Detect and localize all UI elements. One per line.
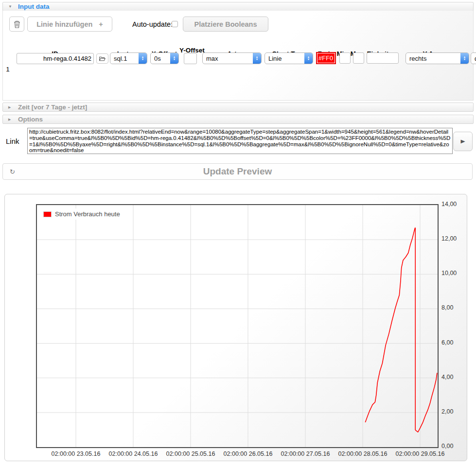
collapse-closed-icon: ▶ [8,117,15,122]
link-url-textarea[interactable] [27,128,453,154]
chart-legend: Strom Verbrauch heute [41,208,126,220]
input-data-section-body: Linie hinzufügen + Auto-update: Platzier… [2,11,474,101]
art-select[interactable]: max ▲▼ [202,52,262,64]
options-section-header[interactable]: ▶ Options [2,115,474,124]
link-label: Link [6,137,19,145]
x-axis-label: 02:00:00 25.05.16 [166,450,215,457]
options-title: Options [18,116,43,123]
y-axis-label: 6,00 [441,339,466,346]
x-axis-label: 02:00:00 26.05.16 [224,450,273,457]
auto-update-label: Auto-update: [132,20,173,28]
y-offset-input[interactable] [184,53,197,64]
select-id-button[interactable] [96,53,108,64]
einheiten-input[interactable] [367,52,399,64]
farbe-value: #FF0 [318,54,333,62]
min-input[interactable] [339,52,351,64]
place-booleans-label: Platziere Booleans [194,20,257,28]
legend-label: Strom Verbrauch heute [55,210,120,218]
y-axis-label: 4,00 [441,374,466,381]
select-spinner-icon: ▲▼ [460,53,469,64]
row-number: 1 [4,66,12,73]
instanz-value: sql.1 [110,55,139,62]
x-axis-label: 02:00:00 29.05.16 [396,450,445,457]
points-value: det [471,55,476,62]
trash-icon [14,20,20,28]
y-axis-label: 8,00 [441,304,466,311]
select-spinner-icon: ▲▼ [304,53,313,64]
zeit-section-header[interactable]: ▶ Zeit [vor 7 Tage - jetzt] [2,103,474,112]
refresh-icon: ↻ [10,168,15,175]
chart-preview-panel: Strom Verbrauch heute 0,002,004,006,008,… [4,194,467,461]
select-spinner-icon: ▲▼ [139,53,147,64]
select-spinner-icon: ▲▼ [253,53,261,64]
collapse-closed-icon: ▶ [8,105,15,110]
add-line-label: Linie hinzufügen [36,20,92,28]
y-axe-value: rechts [406,55,460,62]
chart-type-select[interactable]: Linie ▲▼ [264,52,313,64]
x-offset-select[interactable]: 0s ▲▼ [150,52,179,64]
x-axis-label: 02:00:00 24.05.16 [109,450,158,457]
chart-canvas [37,205,438,447]
max-input[interactable] [353,52,364,64]
open-link-button[interactable]: ▶ [453,132,473,151]
delete-line-button[interactable] [9,17,24,32]
x-axis-label: 02:00:00 23.05.16 [52,450,101,457]
x-offset-value: 0s [151,55,170,62]
y-axis-label: 0,00 [441,443,466,450]
y-axis-label: 2,00 [441,408,466,415]
auto-update-checkbox[interactable] [172,21,178,27]
zeit-title: Zeit [vor 7 Tage - jetzt] [18,104,87,111]
points-select[interactable]: det [471,52,476,64]
chart-plot-area[interactable]: Strom Verbrauch heute [36,204,439,448]
y-axis-label: 14,00 [441,201,466,208]
farbe-input[interactable]: #FF0 [316,52,336,64]
folder-icon [99,56,106,61]
update-preview-button[interactable]: ↻ Update Preview [2,163,473,180]
series-line [365,228,437,432]
input-data-title: Input data [18,3,50,10]
x-axis-label: 02:00:00 27.05.16 [281,450,330,457]
id-input[interactable] [17,53,94,64]
place-booleans-button[interactable]: Platziere Booleans [183,17,268,32]
art-value: max [203,55,253,62]
y-axis-label: 10,00 [441,270,466,277]
x-axis-label: 02:00:00 28.05.16 [338,450,388,457]
select-spinner-icon: ▲▼ [170,53,178,64]
collapse-open-icon: ▼ [8,4,15,9]
play-icon: ▶ [460,138,465,144]
y-axe-select[interactable]: rechts ▲▼ [405,52,469,64]
instanz-select[interactable]: sql.1 ▲▼ [110,52,147,64]
add-line-button[interactable]: Linie hinzufügen + [27,17,112,32]
plus-icon: + [99,20,103,28]
input-data-section-header[interactable]: ▼ Input data [2,2,474,11]
update-preview-title: Update Preview [203,166,272,177]
legend-swatch [43,211,52,217]
y-axis-label: 12,00 [441,235,466,242]
chart-type-value: Linie [265,55,304,62]
